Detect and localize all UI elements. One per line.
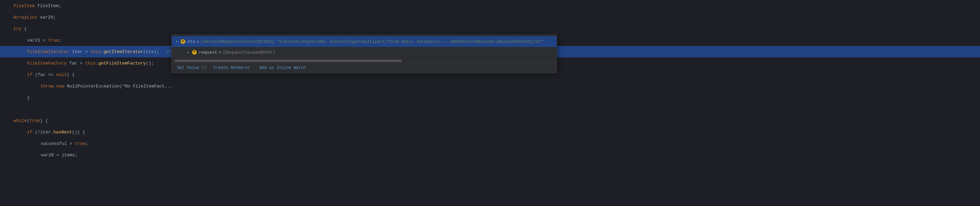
code-line: try { <box>0 23 980 35</box>
code-text: var29; <box>37 15 56 20</box>
code-line: if (!iter.hasNext()) { <box>0 126 980 138</box>
scrollbar-thumb <box>175 60 402 62</box>
code-text: throw <box>41 84 56 89</box>
property-icon: P <box>181 39 185 44</box>
code-text: (); <box>146 61 154 66</box>
chevron-expanded-icon[interactable] <box>175 39 179 44</box>
code-text: = <box>67 141 75 146</box>
chevron-collapsed-icon[interactable] <box>186 50 191 55</box>
code-text: true <box>75 141 85 146</box>
code-text: ; <box>59 38 62 43</box>
code-editor: FileItem fileItem; ArrayList var29; try … <box>0 0 980 206</box>
code-text: new <box>56 84 64 89</box>
debug-tree-row-request[interactable]: f request = {RequestFacade@6947} <box>172 47 557 58</box>
code-text: iter = <box>69 49 90 54</box>
code-text: this <box>90 49 101 54</box>
code-text: FileItemFactory <box>27 61 67 66</box>
set-value-button[interactable]: Set Value <box>176 65 200 71</box>
code-text: hasNext <box>53 130 72 135</box>
code-line: while(true) { <box>0 115 980 126</box>
code-text: . <box>101 49 103 54</box>
code-line: ArrayList var29; <box>0 11 980 23</box>
create-renderer-button[interactable]: Create Renderer <box>212 65 251 71</box>
equals-sign: = <box>219 50 221 55</box>
popup-actions-bar: Set Value F2 Create Renderer Add as Inli… <box>172 62 557 73</box>
code-text: ) { <box>67 72 75 77</box>
code-line <box>0 103 980 115</box>
popup-tree: P ctx = {ServletRequestContext@7922} "Co… <box>172 35 557 59</box>
var-name: request <box>199 50 218 55</box>
keyword: ArrayList <box>14 15 37 20</box>
code-text: ; <box>86 141 88 146</box>
equals-sign: = <box>196 39 199 44</box>
set-value-shortcut: F2 <box>202 65 207 70</box>
code-text: . <box>96 61 99 66</box>
code-line: } <box>0 92 980 103</box>
code-text: = items; <box>54 153 78 158</box>
keyword: try <box>14 26 21 32</box>
code-text: this <box>85 61 96 66</box>
code-line: successful = true; <box>0 138 980 149</box>
add-inline-watch-button[interactable]: Add as Inline Watch <box>258 65 307 71</box>
code-text: NullPointerException("No FileItemFact... <box>64 84 172 89</box>
code-text: true <box>29 118 40 123</box>
code-line: throw new NullPointerException("No FileI… <box>0 80 980 92</box>
code-text: while <box>14 118 27 123</box>
code-text: (!iter. <box>32 130 53 135</box>
code-text: fileItem; <box>35 3 61 8</box>
code-text: var21 <box>27 38 40 43</box>
code-line: FileItem fileItem; <box>0 0 980 11</box>
code-text: } <box>27 95 30 100</box>
code-text: (ctx); <box>143 49 159 54</box>
code-text: ()) { <box>72 130 85 135</box>
var-name: ctx <box>187 39 195 44</box>
code-text: true <box>48 38 59 43</box>
code-text: null <box>56 72 67 77</box>
code-text: { <box>21 26 27 32</box>
code-text: successful <box>41 141 67 146</box>
code-text: if <box>27 72 32 77</box>
code-line: var29 = items; <box>0 149 980 161</box>
var-value: {ServletRequestContext@7922} "ContentLen… <box>200 39 543 44</box>
debug-popup: P ctx = {ServletRequestContext@7922} "Co… <box>172 35 557 73</box>
debug-tree-row-ctx[interactable]: P ctx = {ServletRequestContext@7922} "Co… <box>172 36 557 47</box>
code-text: (fac == <box>32 72 56 77</box>
var-value: {RequestFacade@6947} <box>223 50 275 55</box>
code-text: getItemIterator <box>103 49 143 54</box>
field-icon: f <box>192 50 197 55</box>
code-text: ( <box>27 118 29 123</box>
code-text: if <box>27 130 32 135</box>
code-text: FileItemIterator <box>27 49 69 54</box>
code-text: = <box>40 38 48 43</box>
code-text: ) { <box>40 118 48 123</box>
code-text: fac = <box>67 61 85 66</box>
keyword: FileItem <box>14 3 35 8</box>
code-text: var29 <box>41 153 54 158</box>
code-text: getFileItemFactory <box>99 61 146 66</box>
popup-scrollbar[interactable] <box>175 60 554 62</box>
